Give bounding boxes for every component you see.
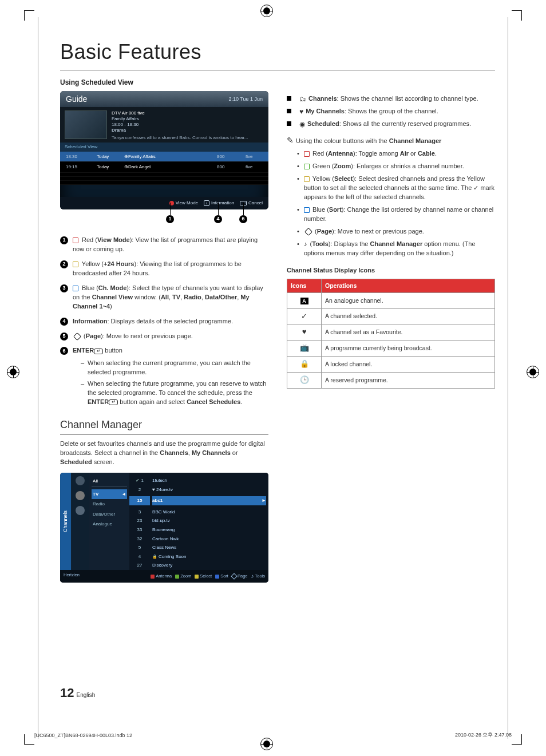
tv-icon: 📺 xyxy=(287,341,322,357)
legend6-sub2: When selecting the future programme, you… xyxy=(81,379,268,407)
red-square-icon xyxy=(304,151,310,157)
cn-yellow: Yellow (Select): Select desired channels… xyxy=(287,175,495,202)
cm-foot-zoom[interactable]: Zoom xyxy=(175,572,191,581)
print-footer: [UC6500_ZT]BN68-02694H-00L03.indb 12 201… xyxy=(34,731,512,739)
cm-icon-column xyxy=(71,473,89,570)
cm-channels-icon[interactable] xyxy=(76,476,85,485)
right-block-list: 🗂Channels: Shows the channel list accord… xyxy=(287,94,495,129)
check-icon: ✓ xyxy=(287,308,322,324)
cm-foot-page[interactable]: Page xyxy=(232,572,248,581)
table-row: 🔒A locked channel. xyxy=(287,357,495,373)
table-row: AAn analogue channel. xyxy=(287,292,495,308)
green-square-icon xyxy=(304,164,310,169)
rb-channels: 🗂Channels: Shows the channel list accord… xyxy=(287,94,495,104)
guide-thumbnail xyxy=(65,110,107,139)
guide-row xyxy=(60,177,268,181)
channel-manager-screenshot: Channels All TV ◄ Radio Data/Other Analo… xyxy=(60,473,268,583)
cm-foot-antenna[interactable]: Antenna xyxy=(151,572,172,581)
guide-timeslot: 18:00 - 18:30 xyxy=(112,122,248,128)
cm-foot-source: Hertzien xyxy=(64,572,80,581)
tools-icon: ♪ xyxy=(304,240,307,249)
note-line: ✎Using the colour buttons with the Chann… xyxy=(287,134,495,146)
cm-name[interactable]: BBC World xyxy=(152,508,266,517)
table-title: Channel Status Display Icons xyxy=(287,266,495,275)
guide-channel-line: DTV Air 800 five xyxy=(112,110,248,116)
legend-item-6: 6ENTER button When selecting the current… xyxy=(60,346,268,407)
cn-blue: Blue (Sort): Change the list ordered by … xyxy=(287,205,495,224)
page-diamond-icon xyxy=(304,228,312,236)
cm-foot-select[interactable]: Select xyxy=(195,572,212,581)
callout-row: 1 4 6 xyxy=(60,213,268,230)
cm-tab-channels[interactable]: Channels xyxy=(60,473,71,570)
cm-type-analogue[interactable]: Analogue xyxy=(92,519,127,529)
analogue-icon: A xyxy=(300,298,308,304)
heart-icon: ♥ xyxy=(299,108,303,115)
table-row: 📺A programme currently being broadcast. xyxy=(287,341,495,357)
th-icons: Icons xyxy=(287,279,322,292)
cm-type-data[interactable]: Data/Other xyxy=(92,509,127,520)
legend-item-1: 1 Red (View Mode): View the list of prog… xyxy=(60,236,268,254)
guide-tab-label: Scheduled View xyxy=(60,143,268,152)
cm-name[interactable]: 1futech xyxy=(152,476,266,485)
cn-green: Green (Zoom): Enlarges or shrinks a chan… xyxy=(287,162,495,171)
cm-num-selected: 15 xyxy=(129,496,150,505)
note-icon: ✎ xyxy=(287,136,294,145)
legend-item-2: 2 Yellow (+24 Hours): Viewing the list o… xyxy=(60,260,268,278)
foot-viewmode[interactable]: View Mode xyxy=(169,200,198,207)
blue-square-icon xyxy=(304,207,310,213)
cm-num: 1 xyxy=(136,476,144,485)
cm-sched-icon[interactable] xyxy=(76,506,85,515)
clock-icon: 🕒 xyxy=(287,372,322,388)
table-row: 🕒A reserved programme. xyxy=(287,372,495,388)
legend-item-4: 4Information: Displays details of the se… xyxy=(60,317,268,326)
guide-genre: Drama xyxy=(112,128,248,133)
guide-row[interactable]: 18:30 Today ⊕Family Affairs 800 five xyxy=(60,152,268,163)
cm-rule xyxy=(60,434,268,435)
table-row: ♥A channel set as a Favourite. xyxy=(287,324,495,341)
guide-row[interactable]: 19:15 Today ⊕Dark Angel 800 five xyxy=(60,162,268,173)
cn-red: Red (Antenna): Toggle among Air or Cable… xyxy=(287,149,495,159)
blue-square-icon xyxy=(73,286,78,291)
rb-scheduled: ◉Scheduled: Shows all the currently rese… xyxy=(287,120,495,129)
cm-heart-icon[interactable] xyxy=(76,491,85,500)
icons-table: Icons Operations AAn analogue channel. ✓… xyxy=(287,279,495,389)
yellow-square-icon xyxy=(73,262,78,267)
foot-information[interactable]: iInformation xyxy=(204,200,234,207)
cn-tools: ♪ (Tools): Displays the Channel Manager … xyxy=(287,240,495,258)
red-square-icon xyxy=(73,238,78,243)
cm-name[interactable]: Cartoon Nwk xyxy=(152,535,266,544)
channels-icon: 🗂 xyxy=(299,96,306,102)
heart-icon: ♥ xyxy=(287,324,322,341)
channel-manager-title: Channel Manager xyxy=(60,417,268,432)
info-icon: i xyxy=(204,200,209,206)
yellow-square-icon xyxy=(304,176,310,182)
enter-icon xyxy=(109,399,118,405)
cm-num: 2 xyxy=(129,485,150,494)
guide-prog-name: Family Affairs xyxy=(112,116,248,122)
enter-icon xyxy=(94,349,103,354)
th-operations: Operations xyxy=(322,279,495,292)
cm-name[interactable]: Coming Soon xyxy=(152,552,266,561)
cm-type-tv[interactable]: TV ◄ xyxy=(92,489,127,500)
cm-name[interactable]: 24ore.tv xyxy=(152,485,266,494)
cm-type-radio[interactable]: Radio xyxy=(92,499,127,509)
guide-row xyxy=(60,173,268,177)
subheading: Using Scheduled View xyxy=(60,78,495,86)
table-row: ✓A channel selected. xyxy=(287,308,495,324)
guide-title: Guide xyxy=(66,93,87,105)
cm-foot-sort[interactable]: Sort xyxy=(215,572,228,581)
legend-item-5: 5 (Page): Move to next or previous page. xyxy=(60,332,268,341)
legend-item-3: 3 Blue (Ch. Mode): Select the type of ch… xyxy=(60,284,268,311)
footer-right: 2010-02-26 오후 2:47:08 xyxy=(455,731,512,739)
rb-mychannels: ♥My Channels: Shows the group of the cha… xyxy=(287,107,495,116)
cm-name[interactable]: Class News xyxy=(152,543,266,552)
cm-name[interactable]: bid-up.tv xyxy=(152,516,266,525)
guide-clock: 2:10 Tue 1 Jun xyxy=(228,96,263,103)
cm-name[interactable]: Discovery xyxy=(152,561,266,570)
cm-foot-tools[interactable]: ♪Tools xyxy=(251,572,265,581)
cm-name-selected[interactable]: abc1 ► xyxy=(152,496,266,505)
callout-4: 4 xyxy=(214,215,222,223)
cm-name[interactable]: Boonerang xyxy=(152,525,266,535)
guide-screenshot: Guide 2:10 Tue 1 Jun DTV Air 800 five Fa… xyxy=(60,91,268,209)
cm-type-all[interactable]: All xyxy=(92,476,127,487)
